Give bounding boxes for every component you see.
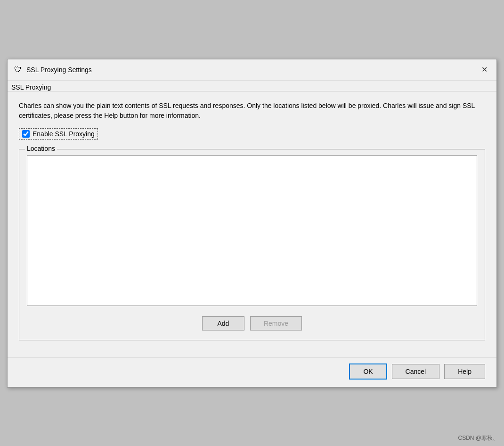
tab-bar: SSL Proxying [8, 81, 496, 91]
title-bar-left: 🛡 SSL Proxying Settings [13, 65, 92, 74]
dialog-icon: 🛡 [13, 65, 23, 74]
checkbox-row: Enable SSL Proxying [19, 128, 485, 140]
add-button[interactable]: Add [202, 316, 244, 330]
close-button[interactable]: ✕ [478, 63, 491, 76]
ok-button[interactable]: OK [349, 363, 387, 380]
description-text: Charles can show you the plain text cont… [19, 101, 485, 121]
ssl-proxying-dialog: 🛡 SSL Proxying Settings ✕ SSL Proxying C… [7, 59, 497, 388]
enable-ssl-proxying-checkbox[interactable] [22, 130, 30, 138]
help-button[interactable]: Help [444, 364, 485, 379]
dialog-title: SSL Proxying Settings [26, 66, 92, 74]
cancel-button[interactable]: Cancel [392, 364, 440, 379]
title-bar: 🛡 SSL Proxying Settings ✕ [8, 59, 496, 81]
locations-group: Locations Add Remove [19, 149, 485, 340]
locations-buttons: Add Remove [27, 313, 477, 332]
watermark: CSDN @寒秋、 [458, 434, 498, 442]
dialog-footer: OK Cancel Help [8, 357, 496, 387]
enable-ssl-proxying-container[interactable]: Enable SSL Proxying [19, 128, 98, 140]
dialog-content: Charles can show you the plain text cont… [8, 91, 496, 357]
enable-ssl-proxying-label: Enable SSL Proxying [33, 130, 95, 138]
locations-table[interactable] [27, 155, 477, 306]
remove-button[interactable]: Remove [250, 316, 302, 330]
locations-legend: Locations [25, 145, 57, 152]
